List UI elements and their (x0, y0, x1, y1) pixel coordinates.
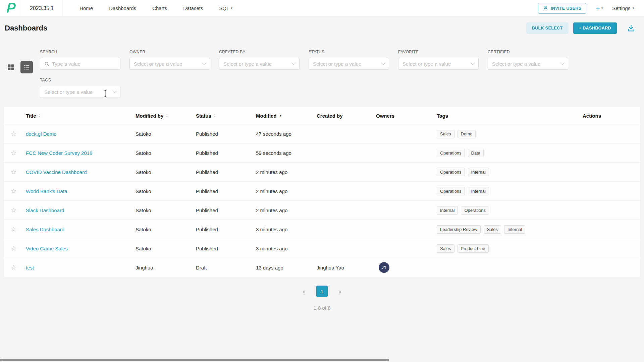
tag-pill[interactable]: Operations (461, 206, 489, 215)
preset-logo[interactable] (0, 0, 21, 17)
status-cell: Published (196, 227, 256, 232)
filters-bar: SEARCH OWNER Select or type a value CREA… (0, 40, 644, 107)
caret-down-icon: ▾ (231, 7, 233, 10)
tags-cell: OperationsInternal (437, 187, 578, 195)
favorite-star-icon[interactable]: ☆ (4, 149, 26, 156)
status-cell: Published (196, 131, 256, 137)
column-header-title[interactable]: Title ▲▼ (26, 113, 136, 119)
dashboard-title-link[interactable]: Slack Dashboard (26, 207, 64, 213)
filter-label: TAGS (40, 78, 120, 82)
settings-menu[interactable]: Settings ▾ (612, 5, 634, 11)
owners-cell: JY (376, 262, 437, 273)
bulk-select-button[interactable]: BULK SELECT (526, 22, 569, 34)
created-by-select[interactable]: Select or type a value (219, 58, 300, 70)
tag-pill[interactable]: Leadership Review (437, 225, 481, 234)
filter-label: FAVORITE (398, 50, 479, 54)
tags-cell: Leadership ReviewSalesInternal (437, 225, 578, 234)
title-cell: deck.gl Demo (26, 131, 136, 137)
modified-by-cell: Satoko (136, 131, 196, 137)
tag-pill[interactable]: Operations (437, 187, 465, 195)
tag-pill[interactable]: Operations (437, 149, 465, 157)
new-dashboard-button[interactable]: + DASHBOARD (573, 22, 617, 34)
chevron-down-icon (112, 89, 117, 93)
modified-by-cell: Satoko (136, 246, 196, 251)
table-row: ☆Slack DashboardSatokoPublished2 minutes… (4, 200, 640, 220)
dashboard-title-link[interactable]: Video Game Sales (26, 246, 68, 251)
invite-users-button[interactable]: INVITE USERS (538, 3, 587, 14)
page-header-actions: BULK SELECT + DASHBOARD (526, 22, 635, 34)
dashboard-title-link[interactable]: COVID Vaccine Dashboard (26, 169, 87, 175)
modified-cell: 59 seconds ago (256, 150, 317, 156)
chevron-down-icon (560, 61, 565, 65)
page-1-button[interactable]: 1 (316, 286, 328, 297)
tag-pill[interactable]: Operations (437, 168, 465, 176)
favorite-star-icon[interactable]: ☆ (4, 207, 26, 214)
column-header-modified-by[interactable]: Modified by ▲▼ (136, 113, 196, 119)
dashboard-title-link[interactable]: Sales Dashboard (26, 227, 64, 232)
import-dashboards-icon[interactable] (627, 24, 635, 33)
tag-pill[interactable]: Demo (458, 130, 476, 138)
horizontal-scrollbar[interactable] (0, 359, 389, 361)
favorite-star-icon[interactable]: ☆ (4, 245, 26, 252)
favorite-star-icon[interactable]: ☆ (4, 130, 26, 137)
favorite-star-icon[interactable]: ☆ (4, 169, 26, 175)
filter-label: OWNER (129, 50, 210, 54)
favorite-star-icon[interactable]: ☆ (4, 226, 26, 233)
tag-pill[interactable]: Product Line (458, 244, 489, 253)
tags-select[interactable]: Select or type a value (40, 86, 120, 98)
status-select[interactable]: Select or type a value (309, 58, 389, 70)
tag-pill[interactable]: Internal (504, 225, 525, 234)
modified-by-cell: Satoko (136, 207, 196, 213)
chevron-down-icon (291, 61, 296, 65)
new-item-menu[interactable]: + ▾ (596, 5, 603, 12)
table-row: ☆Video Game SalesSatokoPublished3 minute… (4, 239, 640, 258)
favorite-select[interactable]: Select or type a value (398, 58, 479, 70)
owner-avatar[interactable]: JY (379, 262, 389, 273)
tag-pill[interactable]: Internal (437, 206, 458, 215)
sort-icon[interactable]: ▲▼ (166, 114, 168, 118)
previous-page-button[interactable]: « (303, 289, 306, 294)
filter-certified: CERTIFIED Select or type a value (488, 50, 568, 70)
certified-select[interactable]: Select or type a value (488, 58, 568, 70)
nav-item-dashboards[interactable]: Dashboards (109, 5, 136, 11)
sort-icon[interactable]: ▲▼ (214, 114, 216, 118)
table-header-row: Title ▲▼ Modified by ▲▼ Status ▲▼ Modifi… (4, 107, 640, 124)
tag-pill[interactable]: Internal (468, 187, 489, 195)
favorite-star-icon[interactable]: ☆ (4, 188, 26, 194)
sort-icon[interactable]: ▲▼ (39, 114, 41, 118)
modified-cell: 2 minutes ago (256, 188, 317, 194)
search-icon (44, 61, 49, 66)
nav-item-sql[interactable]: SQL ▾ (219, 5, 232, 11)
list-view-toggle[interactable] (20, 61, 33, 73)
nav-item-home[interactable]: Home (79, 5, 93, 11)
search-input[interactable] (52, 61, 116, 67)
favorite-star-icon[interactable]: ☆ (4, 264, 26, 271)
title-cell: Slack Dashboard (26, 207, 136, 213)
dashboard-title-link[interactable]: deck.gl Demo (26, 131, 57, 137)
tag-pill[interactable]: Sales (484, 225, 501, 234)
tag-pill[interactable]: Sales (437, 130, 454, 138)
dashboard-title-link[interactable]: FCC New Coder Survey 2018 (26, 150, 92, 156)
dashboard-title-link[interactable]: World Bank's Data (26, 188, 67, 194)
column-header-owners: Owners (376, 113, 437, 119)
next-page-button[interactable]: » (338, 289, 341, 294)
tag-pill[interactable]: Sales (437, 244, 454, 253)
modified-cell: 2 minutes ago (256, 169, 317, 175)
tag-pill[interactable]: Internal (468, 168, 489, 176)
tag-pill[interactable]: Data (468, 149, 484, 157)
sort-desc-icon[interactable]: ▼ (279, 114, 282, 117)
modified-cell: 13 days ago (256, 265, 317, 270)
card-view-toggle[interactable] (7, 63, 15, 71)
nav-item-charts[interactable]: Charts (152, 5, 167, 11)
pagination-summary: 1-8 of 8 (0, 305, 644, 311)
column-header-modified[interactable]: Modified ▼ (256, 113, 317, 119)
column-header-status[interactable]: Status ▲▼ (196, 113, 256, 119)
table-row: ☆World Bank's DataSatokoPublished2 minut… (4, 181, 640, 200)
dashboard-title-link[interactable]: test (26, 265, 34, 270)
modified-cell: 47 seconds ago (256, 131, 317, 137)
table-row: ☆COVID Vaccine DashboardSatokoPublished2… (4, 162, 640, 181)
nav-item-datasets[interactable]: Datasets (183, 5, 203, 11)
title-cell: FCC New Coder Survey 2018 (26, 150, 136, 156)
owner-select[interactable]: Select or type a value (129, 58, 210, 70)
tags-cell: SalesProduct Line (437, 244, 578, 253)
